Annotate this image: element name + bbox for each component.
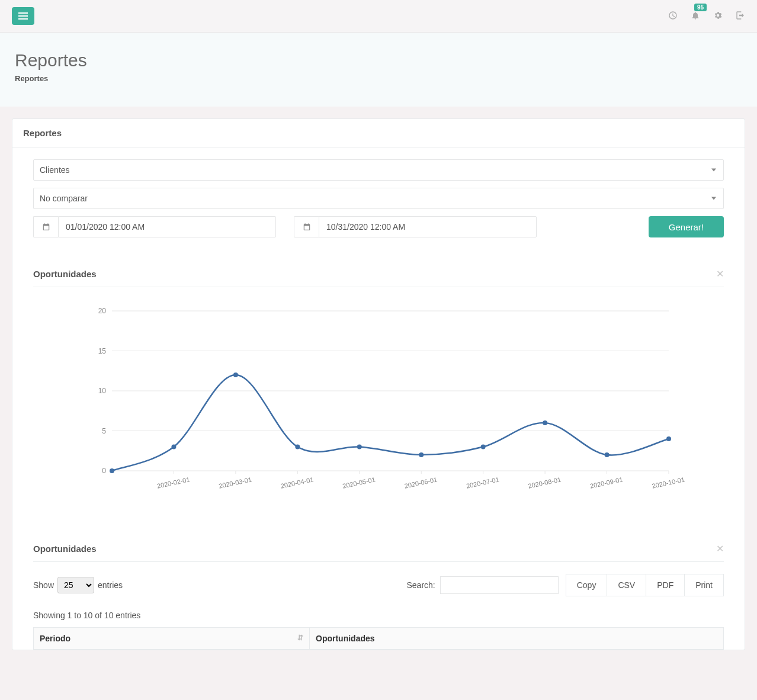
date-from-input[interactable]	[58, 216, 276, 237]
svg-text:2020-08-01: 2020-08-01	[528, 476, 562, 489]
show-label-prefix: Show	[33, 580, 54, 590]
svg-text:2020-03-01: 2020-03-01	[218, 476, 252, 489]
svg-text:2020-09-01: 2020-09-01	[589, 476, 624, 489]
compare-value: No comparar	[40, 194, 88, 203]
chart-section-title: Oportunidades	[33, 269, 97, 279]
svg-text:2020-05-01: 2020-05-01	[342, 476, 376, 489]
svg-point-28	[110, 468, 114, 473]
csv-button[interactable]: CSV	[607, 574, 646, 596]
svg-text:2020-02-01: 2020-02-01	[156, 476, 191, 489]
svg-point-37	[666, 436, 671, 441]
svg-text:10: 10	[98, 387, 107, 395]
svg-text:2020-06-01: 2020-06-01	[404, 476, 438, 489]
copy-button[interactable]: Copy	[566, 574, 608, 596]
chevron-down-icon	[711, 169, 716, 172]
notifications-bell[interactable]: 95	[691, 11, 700, 22]
oportunidades-chart: 051015202020-02-012020-03-012020-04-0120…	[33, 305, 724, 506]
report-type-value: Clientes	[40, 165, 70, 175]
show-label-suffix: entries	[98, 580, 123, 590]
svg-point-36	[605, 452, 610, 457]
close-icon[interactable]: ✕	[716, 268, 724, 280]
svg-point-33	[419, 452, 424, 457]
compare-select[interactable]: No comparar	[33, 188, 724, 209]
svg-point-34	[481, 445, 486, 449]
table-info: Showing 1 to 10 of 10 entries	[33, 607, 724, 627]
svg-point-30	[233, 373, 238, 377]
report-type-select[interactable]: Clientes	[33, 159, 724, 181]
pdf-button[interactable]: PDF	[646, 574, 685, 596]
search-label: Search:	[406, 580, 435, 590]
date-to-input[interactable]	[319, 216, 537, 237]
clock-icon[interactable]	[668, 11, 678, 22]
entries-select[interactable]: 25	[57, 577, 94, 593]
svg-text:15: 15	[98, 347, 107, 355]
notifications-badge: 95	[694, 4, 707, 11]
svg-text:2020-07-01: 2020-07-01	[466, 476, 500, 489]
svg-text:5: 5	[102, 427, 106, 435]
generate-button[interactable]: Generar!	[649, 216, 724, 237]
svg-point-32	[357, 445, 362, 449]
svg-text:20: 20	[98, 307, 107, 315]
col-periodo[interactable]: Periodo ⇵	[34, 628, 310, 650]
gear-icon[interactable]	[713, 11, 723, 22]
col-oportunidades[interactable]: Oportunidades	[310, 628, 724, 650]
table-section-title: Oportunidades	[33, 544, 97, 554]
svg-point-29	[171, 445, 176, 449]
search-input[interactable]	[440, 576, 559, 594]
svg-text:0: 0	[102, 467, 106, 475]
page-title: Reportes	[15, 50, 742, 70]
close-icon[interactable]: ✕	[716, 543, 724, 554]
svg-text:2020-10-01: 2020-10-01	[651, 476, 685, 489]
sort-icon: ⇵	[297, 634, 303, 642]
logout-icon[interactable]	[736, 11, 745, 22]
calendar-icon	[33, 216, 58, 237]
breadcrumb: Reportes	[15, 74, 742, 83]
print-button[interactable]: Print	[685, 574, 724, 596]
svg-point-35	[543, 420, 547, 425]
calendar-icon	[294, 216, 319, 237]
svg-text:2020-04-01: 2020-04-01	[280, 476, 315, 489]
reportes-panel: Reportes Clientes No comparar	[12, 118, 745, 650]
svg-point-31	[295, 445, 300, 449]
oportunidades-table: Periodo ⇵ Oportunidades	[33, 627, 724, 650]
panel-title: Reportes	[23, 128, 62, 138]
chevron-down-icon	[711, 197, 716, 200]
menu-toggle-button[interactable]	[12, 7, 34, 25]
bell-icon	[691, 11, 700, 20]
